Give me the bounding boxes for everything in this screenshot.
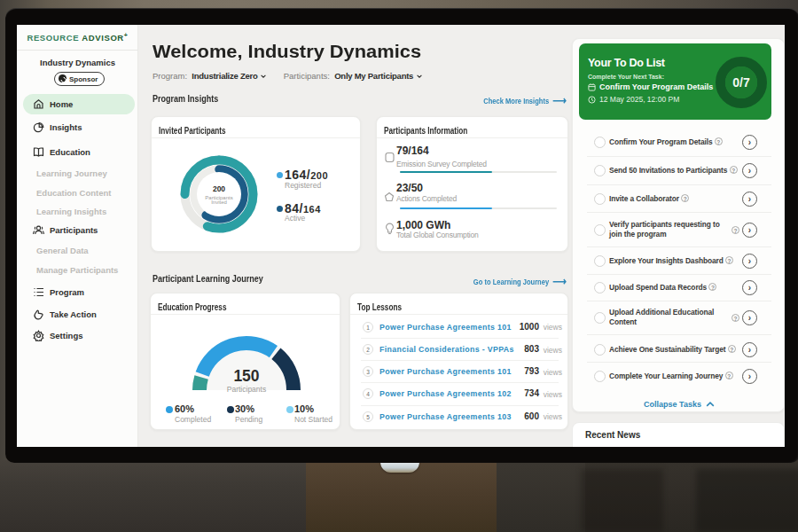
svg-text:200: 200: [213, 184, 225, 193]
svg-text:0/7: 0/7: [732, 75, 750, 90]
svg-text:Participants: Participants: [227, 385, 266, 394]
svg-text:150: 150: [233, 367, 259, 385]
svg-text:Invited: Invited: [211, 200, 227, 205]
